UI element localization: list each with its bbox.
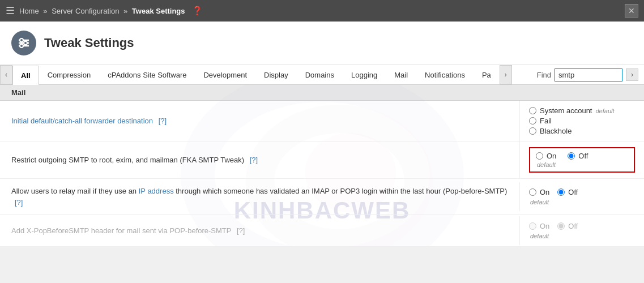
radio-blackhole-input[interactable] — [529, 127, 536, 135]
breadcrumb-home[interactable]: Home — [19, 7, 39, 15]
row-relay-imap: Allow users to relay mail if they use an… — [0, 179, 644, 215]
find-input[interactable] — [555, 68, 622, 82]
tab-pa[interactable]: Pa — [474, 65, 500, 84]
controls-relay-imap: On Off default — [519, 182, 644, 211]
radio-off-xpopbeforesmtp-label: Off — [568, 222, 578, 230]
highlighted-box-restrict-smtp: On Off default — [529, 147, 635, 173]
radio-system-account: System account default — [529, 106, 635, 115]
help-link-xpopbeforesmtp[interactable]: [?] — [237, 226, 245, 235]
row-restrict-smtp: Restrict outgoing SMTP to root, exim, an… — [0, 142, 644, 179]
breadcrumb-current: Tweak Settings — [132, 7, 185, 15]
tab-all[interactable]: All — [12, 66, 39, 85]
topbar: ☰ Home » Server Configuration » Tweak Se… — [0, 0, 644, 22]
controls-xpopbeforesmtp: On Off default — [519, 216, 644, 245]
page-title: Tweak Settings — [44, 36, 134, 50]
controls-initial-forwarder: System account default Fail Blackhole — [519, 101, 644, 141]
radio-fail-input[interactable] — [529, 117, 536, 125]
tab-domains[interactable]: Domains — [297, 65, 343, 84]
radio-system-account-default: default — [596, 108, 615, 114]
page-icon — [11, 31, 36, 55]
breadcrumb-sep1: » — [43, 7, 49, 15]
controls-restrict-smtp: On Off default — [519, 142, 644, 178]
radio-on-xpopbeforesmtp-input — [529, 222, 536, 230]
svg-point-4 — [24, 41, 27, 45]
label-initial-forwarder: Initial default/catch-all forwarder dest… — [0, 109, 519, 134]
default-note-xpopbeforesmtp: default — [529, 233, 635, 239]
radio-on-restrict-smtp-label: On — [547, 152, 556, 160]
radio-system-account-label: System account — [540, 106, 592, 115]
page-header: Tweak Settings — [0, 22, 644, 65]
breadcrumb-sep2: » — [123, 7, 130, 15]
radio-on-restrict-smtp-input[interactable] — [536, 152, 543, 160]
radio-on-xpopbeforesmtp: On — [529, 222, 549, 230]
tab-development[interactable]: Development — [195, 65, 255, 84]
tab-prev-button[interactable]: ‹ — [0, 65, 12, 84]
svg-point-5 — [20, 44, 23, 48]
radio-blackhole: Blackhole — [529, 127, 635, 135]
find-area: Find › — [531, 68, 644, 82]
tab-compression[interactable]: Compression — [39, 65, 100, 84]
label-text-initial-forwarder: Initial default/catch-all forwarder dest… — [11, 117, 153, 125]
radio-row-relay-imap: On Off — [529, 188, 635, 196]
help-icon[interactable]: ❓ — [192, 6, 203, 16]
radio-off-relay-imap-label: Off — [568, 188, 578, 196]
radio-row-restrict-smtp: On Off — [536, 152, 628, 160]
close-button[interactable]: ✕ — [625, 4, 638, 18]
radio-off-restrict-smtp: Off — [568, 152, 588, 160]
breadcrumb-server-config[interactable]: Server Configuration — [52, 7, 119, 15]
radio-row-xpopbeforesmtp: On Off — [529, 222, 635, 230]
default-note-relay-imap: default — [529, 199, 635, 205]
radio-off-relay-imap: Off — [557, 188, 578, 196]
find-go-button[interactable]: › — [626, 68, 638, 81]
find-label: Find — [537, 71, 551, 79]
radio-off-xpopbeforesmtp-input — [557, 222, 565, 230]
radio-on-relay-imap-label: On — [540, 188, 549, 196]
radio-on-relay-imap: On — [529, 188, 549, 196]
label-relay-imap: Allow users to relay mail if they use an… — [0, 179, 519, 215]
row-initial-forwarder: Initial default/catch-all forwarder dest… — [0, 101, 644, 142]
tweak-settings-icon — [16, 36, 31, 50]
tab-next-button[interactable]: › — [500, 65, 512, 84]
radio-on-relay-imap-input[interactable] — [529, 188, 536, 196]
radio-group-forwarder: System account default Fail Blackhole — [529, 106, 635, 135]
tab-notifications[interactable]: Notifications — [416, 65, 474, 84]
default-note-restrict-smtp: default — [536, 161, 628, 168]
breadcrumb: Home » Server Configuration » Tweak Sett… — [19, 7, 185, 15]
radio-fail: Fail — [529, 117, 635, 125]
section-header-mail: Mail — [0, 85, 644, 101]
help-link-relay-imap[interactable]: [?] — [15, 198, 23, 207]
tab-display[interactable]: Display — [255, 65, 297, 84]
radio-fail-label: Fail — [540, 117, 552, 125]
label-text-xpopbeforesmtp: Add X-PopBeforeSMTP header for mail sent… — [11, 226, 231, 235]
radio-on-restrict-smtp: On — [536, 152, 556, 160]
help-link-restrict-smtp[interactable]: [?] — [250, 156, 258, 164]
row-xpopbeforesmtp: Add X-PopBeforeSMTP header for mail sent… — [0, 215, 644, 247]
tab-logging[interactable]: Logging — [343, 65, 386, 84]
label-restrict-smtp: Restrict outgoing SMTP to root, exim, an… — [0, 148, 519, 173]
main-content: KINHBACWEB Mail Initial default/catch-al… — [0, 85, 644, 247]
tab-cpaddons[interactable]: cPAddons Site Software — [99, 65, 195, 84]
label-xpopbeforesmtp: Add X-PopBeforeSMTP header for mail sent… — [0, 218, 519, 243]
radio-system-account-input[interactable] — [529, 107, 536, 114]
help-link-initial-forwarder[interactable]: [?] — [159, 117, 167, 125]
radio-on-xpopbeforesmtp-label: On — [540, 222, 549, 230]
tabbar: ‹ All Compression cPAddons Site Software… — [0, 65, 644, 85]
radio-off-restrict-smtp-label: Off — [578, 152, 588, 160]
radio-off-xpopbeforesmtp: Off — [557, 222, 578, 230]
label-text-relay-imap: Allow users to relay mail if they use an… — [11, 187, 507, 195]
radio-off-restrict-smtp-input[interactable] — [568, 152, 575, 160]
menu-icon[interactable]: ☰ — [6, 5, 15, 17]
label-text-restrict-smtp: Restrict outgoing SMTP to root, exim, an… — [11, 156, 244, 164]
radio-off-relay-imap-input[interactable] — [557, 188, 565, 196]
radio-blackhole-label: Blackhole — [540, 127, 572, 135]
svg-point-3 — [20, 38, 23, 42]
tab-mail[interactable]: Mail — [386, 65, 416, 84]
